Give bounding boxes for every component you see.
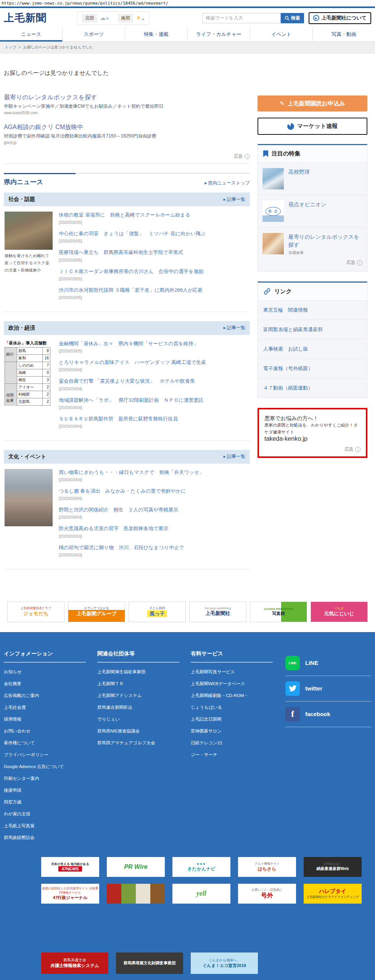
social-line[interactable]: LINE LINE [285,650,371,676]
ad-choices[interactable]: 広告 i [288,259,362,266]
news-photo-market[interactable] [5,469,53,526]
ad-title-link[interactable]: 最寄りのレンタルボックスを探す [4,94,250,102]
footer-link[interactable]: 広告掲載のご案内 [4,693,39,698]
news-link[interactable]: 買い物客にぎわうも・・・縁日もマスクで 前橋「弁天ワッセ」 [59,469,249,476]
ad-title-link[interactable]: 悪寒でお悩みの方へ！ [264,415,319,421]
ad-title-link[interactable]: AGA相談の銀クリ CM放映中 [4,123,250,131]
featured-item-shiten-opinion[interactable]: 視 点 視点オピニオン [258,195,367,227]
news-link[interactable]: 医療現場へ巣立ち 群馬県高等歯科衛生士学院で卒業式 [59,249,249,256]
news-link[interactable]: 中心街に春の羽音 きょうは「啓蟄」 ミツバチ 花に向かい飛ぶ [59,230,249,237]
banner-kazakko[interactable]: 子ども新聞 風っ子 [129,602,186,622]
banner-harebutai[interactable]: ハレブタイ上毛新聞社のクラウドファンディング [304,884,362,904]
banner-bar-association[interactable]: 群馬弁護士会弁護士情報検索システム [41,953,108,974]
footer-link[interactable]: わが家の主役 [4,812,31,816]
banner-kitakan-navi[interactable]: ●●●きたかんナビ [172,857,230,877]
footer-link[interactable]: 群馬政経懇話会 [4,835,35,840]
tab-features[interactable]: 特集・連載 [125,27,187,41]
article-list-link[interactable]: ▶記事一覧 [224,453,245,460]
footer-link[interactable]: 著作権について [4,741,35,745]
news-link[interactable]: 宴会自粛で打撃 「震災後より大変な状況」 ホテルや飲食業 [59,378,249,385]
banner-tomioka-silk-web[interactable]: 富岡製糸場と絹産業遺産群Web [304,857,362,877]
link-tokyo-olympics[interactable]: 東京五輪 関連情報 [258,300,367,320]
kennai-news-top-link[interactable]: ▶県内ニューストップ [204,180,250,186]
footer-link[interactable]: 上毛新聞写真サービス [191,670,235,674]
news-link[interactable]: とろりキャラメルの新味アイス ハーゲンダッツ 高崎工場で生産 [59,359,249,366]
news-link[interactable]: 桃の節句で園児に贈り物 渋川、石段ひなまつり中止で [59,544,249,551]
banner-eco-declaration[interactable]: ぐんまから地球へ。ぐんま！エコ宣言2019 [191,953,258,974]
news-link[interactable]: 防火意識高める児童の習字 邑楽館林各地で展示 [59,525,249,532]
link-tomioka-silk-mill[interactable]: 富岡製糸場と絹産業遺産群 [258,320,367,339]
tab-events[interactable]: イベント [250,27,312,41]
footer-link[interactable]: 印刷センター案内 [4,776,39,781]
footer-link[interactable]: 採用情報 [4,717,21,721]
footer-link[interactable]: 群馬連合新聞折込 [97,705,132,710]
footer-link[interactable]: 同窓万歳 [4,800,21,804]
news-link[interactable]: つるし雛 春を演出 みなかみ・たくみの里で色鮮やかに [59,488,249,495]
banner-prwire[interactable]: PR Wire [107,857,165,877]
banner-hachisara[interactable]: グルメ情報サイトはちさら [238,857,296,877]
search-input[interactable] [203,13,281,23]
banner-yell[interactable]: yell [172,884,230,904]
news-link[interactable]: 金融機関「昼休み」次々 県内９機関「サービスの質を維持」 [59,340,249,347]
footer-link[interactable]: プライバシーポリシー [4,752,48,757]
breadcrumb-home-link[interactable]: トップ [5,45,16,49]
banner-jomodachi[interactable]: 上毛新聞愛読者クラブ ジョモだち [7,602,64,622]
tab-life-culture[interactable]: ライフ・カルチャー [187,27,250,41]
news-link[interactable]: ＳＵＢＡＲＵ群馬製作所 新所長に荻野常務執行役員 [59,416,249,422]
footer-link[interactable]: でりじぇい [97,717,120,721]
link-47-videos[interactable]: ４７動画（紙面連動） [258,378,367,398]
footer-link[interactable]: 群馬県アマチュアゴルフ大会 [97,741,155,745]
link-personnel-search[interactable]: 人事検索 お試し版 [258,339,367,359]
featured-item-ad[interactable]: 最寄りのレンタルボックスを探す 加瀬倉庫 広告 i [258,227,367,271]
banner-jomo-group[interactable]: チラシでつながる 上毛新聞グループ [68,602,125,622]
news-link[interactable]: ＪＩＣＡ南スーダン前事務所長の古川さん 合宿中の選手を激励 [59,268,249,275]
news-photo-classroom[interactable] [5,212,53,250]
social-twitter[interactable]: twitter [285,676,371,701]
link-digital-bulletin[interactable]: 電子速報（号外紙面） [258,359,367,378]
footer-link[interactable]: 後援申請 [4,788,21,792]
tab-photo-video[interactable]: 写真・動画 [312,27,375,41]
about-button[interactable]: ▶ 上毛新聞社について [309,12,371,24]
footer-link[interactable]: 日経テレコン21 [191,741,222,745]
footer-link[interactable]: じょうもばいる [191,705,222,710]
footer-link[interactable]: 上毛新聞アドシステム [97,693,142,698]
news-link[interactable]: 渋川市の氷河期世代採用 ３職種「若干名」に県内外269人が応募 [59,287,249,294]
banner-gyosei-journal[interactable]: 全国の新聞社との共同運営サイト 行政専門情報サービス47行政ジャーナル [41,884,99,904]
footer-link[interactable]: 上毛記念日新聞 [191,717,222,721]
banner-food-photos[interactable] [107,884,165,904]
news-link[interactable]: 野間と渋沢の関係紹介 桐生 ２人の写真や寄稿展示 [59,506,249,513]
featured-item-koko-yakyu[interactable]: 高校野球 [258,162,367,195]
subscribe-button[interactable]: ✎ 上毛新聞購読お申込み [258,95,367,112]
footer-link[interactable]: 会社概要 [4,681,21,686]
footer-link[interactable]: お問い合わせ [4,729,31,733]
banner-gogai[interactable]: お祝いごと・記念品に号外 [238,884,296,904]
footer-link[interactable]: 上毛新聞ＴＲ [97,681,124,686]
banner-47news[interactable]: 日本が見える 地方紙がある47NEWS [41,857,99,877]
footer-link[interactable]: 上毛紙上写真展 [4,823,35,828]
article-list-link[interactable]: ▶記事一覧 [224,196,245,203]
footer-link[interactable]: 群馬県NIE推進協議会 [97,729,140,733]
banner-jomo-publishing[interactable]: the jomo publishing 上毛新聞社 [189,602,246,622]
market-report-button[interactable]: マーケット速報 [258,118,367,135]
search-button[interactable]: 検索 [281,13,304,23]
banner-genki[interactable]: ぐんま 元気にじいじ [311,602,368,622]
tab-news[interactable]: ニュース [0,27,62,41]
social-facebook[interactable]: f facebook [285,702,371,727]
footer-link[interactable]: 雷神囲碁サロン [191,729,222,733]
tab-sports[interactable]: スポーツ [62,27,125,41]
footer-link[interactable]: 上毛新聞WEBデータベース [191,681,245,686]
news-link[interactable]: 休校の教室 居場所に 前橋と高崎でスクールホーム始まる [59,212,249,218]
site-logo[interactable]: 上毛新聞 [4,11,47,25]
footer-link[interactable]: お知らせ [4,670,22,674]
banner-gunma-marathon[interactable]: GUNMA MARATHON 写真館 [250,602,307,622]
footer-link[interactable]: ジー・サーチ [191,752,217,757]
footer-link[interactable]: Google Adsence 広告について [4,764,64,769]
footer-link[interactable]: 上毛新聞縮刷版－CD-ROM－ [191,693,248,698]
banner-archaeology-foundation[interactable]: 群馬県埋蔵文化財調査事業団 [116,953,183,974]
ad-choices[interactable]: 広告 i [264,446,361,453]
article-list-link[interactable]: ▶記事一覧 [224,325,245,331]
footer-link[interactable]: 上毛新聞厚生福祉事業団 [97,670,146,674]
browser-url-bar[interactable]: https://www.jomo-news.co.jp/news/gunma/p… [0,0,375,6]
news-link[interactable]: 地域課題解決へ「ラボ」 県庁32階刷新計画 ＮＰＯに運営委託 [59,397,249,404]
ad-choices[interactable]: 広告 i [4,153,250,160]
